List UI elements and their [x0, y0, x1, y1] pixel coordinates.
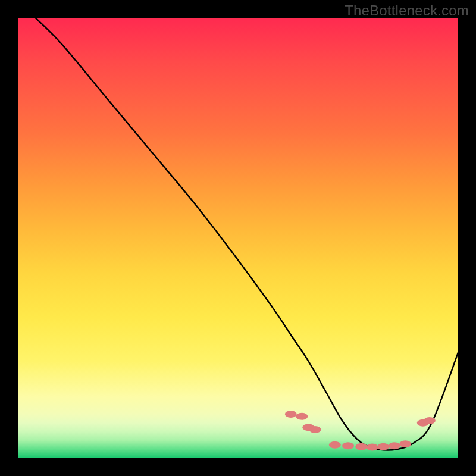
curve-layer [18, 18, 458, 458]
data-marker [329, 441, 341, 449]
plot-area [18, 18, 458, 458]
data-marker [285, 411, 297, 418]
data-marker [309, 426, 321, 433]
data-marker [424, 417, 436, 424]
data-marker [389, 442, 400, 449]
chart-frame: TheBottleneck.com [0, 0, 476, 476]
data-marker [342, 442, 354, 449]
data-marker [296, 413, 308, 420]
data-marker [367, 444, 378, 451]
watermark-text: TheBottleneck.com [345, 2, 469, 19]
data-marker [377, 443, 389, 450]
data-marker [399, 440, 411, 447]
bottleneck-curve [36, 18, 458, 450]
data-marker [355, 443, 367, 450]
